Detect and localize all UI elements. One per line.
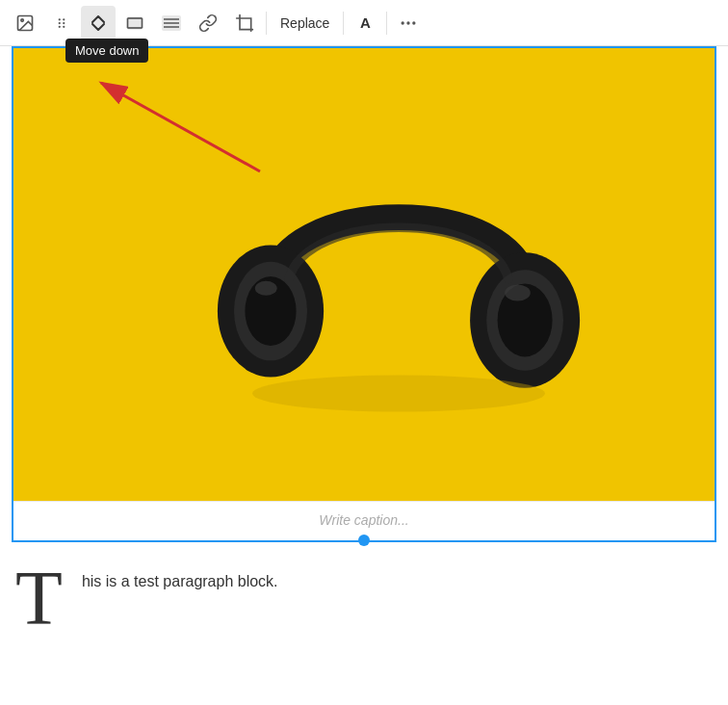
separator-3 xyxy=(386,12,387,35)
link-button[interactable] xyxy=(191,6,225,40)
separator-2 xyxy=(343,12,344,35)
image-display[interactable] xyxy=(13,48,715,501)
replace-label: Replace xyxy=(280,15,329,31)
alt-text-button[interactable]: A xyxy=(348,6,382,40)
svg-point-5 xyxy=(63,21,65,23)
svg-point-22 xyxy=(413,21,416,24)
svg-point-7 xyxy=(63,25,65,27)
svg-point-6 xyxy=(59,25,61,27)
svg-point-33 xyxy=(252,376,545,412)
svg-point-32 xyxy=(506,284,532,300)
more-options-button[interactable] xyxy=(391,6,426,40)
svg-point-2 xyxy=(59,18,61,20)
alt-label: A xyxy=(360,14,371,31)
svg-point-4 xyxy=(59,21,61,23)
drop-cap: T xyxy=(15,561,70,631)
move-updown-button[interactable] xyxy=(81,6,116,40)
drag-handle-button[interactable] xyxy=(44,6,79,40)
svg-point-20 xyxy=(402,21,404,24)
svg-point-1 xyxy=(21,18,23,20)
svg-point-31 xyxy=(255,281,277,296)
align-button[interactable] xyxy=(117,6,152,40)
headphones-image xyxy=(216,91,582,457)
crop-button[interactable] xyxy=(227,6,262,40)
replace-button[interactable]: Replace xyxy=(271,6,339,40)
caption-placeholder[interactable]: Write caption... xyxy=(319,512,408,528)
image-block: Write caption... xyxy=(12,46,716,542)
separator-1 xyxy=(266,12,267,35)
paragraph-text: his is a test paragraph block. xyxy=(82,561,278,594)
svg-point-21 xyxy=(407,21,410,24)
resize-handle-bottom[interactable] xyxy=(358,535,370,546)
align-icon-display xyxy=(154,6,189,40)
image-toolbar: Replace A Move down xyxy=(0,0,728,46)
svg-point-3 xyxy=(63,18,65,20)
paragraph-block: T his is a test paragraph block. xyxy=(0,542,728,631)
image-icon-button[interactable] xyxy=(8,6,42,40)
